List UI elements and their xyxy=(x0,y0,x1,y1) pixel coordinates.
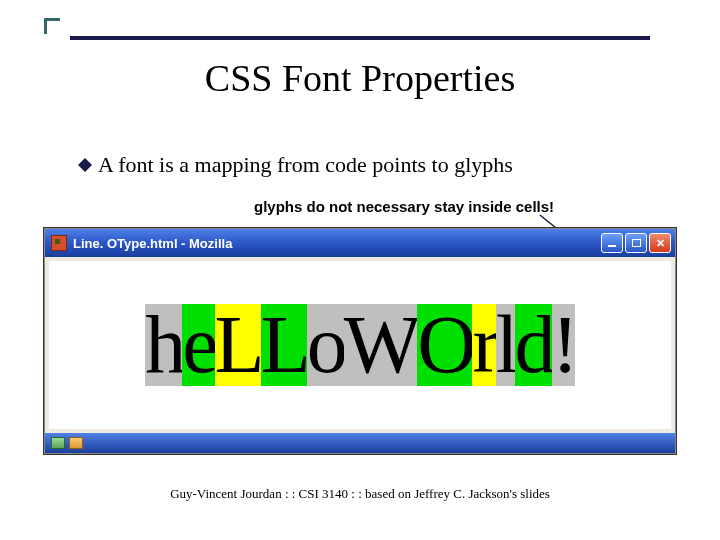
minimize-button[interactable] xyxy=(601,233,623,253)
svg-marker-0 xyxy=(78,158,92,172)
glyph-cell: l xyxy=(496,304,515,386)
glyph-cell: O xyxy=(417,304,472,386)
browser-content: heLLo WOrld! xyxy=(49,261,671,429)
window-controls: ✕ xyxy=(601,233,671,253)
glyph-cell: L xyxy=(215,304,261,386)
bullet-row: A font is a mapping from code points to … xyxy=(78,152,513,178)
slide-footer: Guy-Vincent Jourdan : : CSI 3140 : : bas… xyxy=(0,486,720,502)
status-indicator-icon xyxy=(69,437,83,449)
glyph-cell: ! xyxy=(552,304,575,386)
glyph-cell: d xyxy=(515,304,552,386)
glyph-display: heLLo WOrld! xyxy=(145,304,575,386)
window-title: Line. OType.html - Mozilla xyxy=(73,236,601,251)
maximize-button[interactable] xyxy=(625,233,647,253)
browser-window: Line. OType.html - Mozilla ✕ heLLo WOrld… xyxy=(44,228,676,454)
title-rule xyxy=(70,36,650,40)
close-button[interactable]: ✕ xyxy=(649,233,671,253)
diamond-bullet-icon xyxy=(78,158,92,172)
glyph-cell: e xyxy=(182,304,214,386)
titlebar: Line. OType.html - Mozilla ✕ xyxy=(45,229,675,257)
glyph-cell: W xyxy=(344,304,417,386)
statusbar xyxy=(45,433,675,453)
status-indicator-icon xyxy=(51,437,65,449)
glyph-cell: h xyxy=(145,304,182,386)
glyph-cell: r xyxy=(472,304,495,386)
glyph-cell: o xyxy=(307,304,344,386)
annotation-text: glyphs do not necessary stay inside cell… xyxy=(254,198,554,215)
slide-title: CSS Font Properties xyxy=(0,56,720,100)
mozilla-app-icon xyxy=(51,235,67,251)
bullet-text: A font is a mapping from code points to … xyxy=(98,152,513,178)
glyph-cell: L xyxy=(261,304,307,386)
